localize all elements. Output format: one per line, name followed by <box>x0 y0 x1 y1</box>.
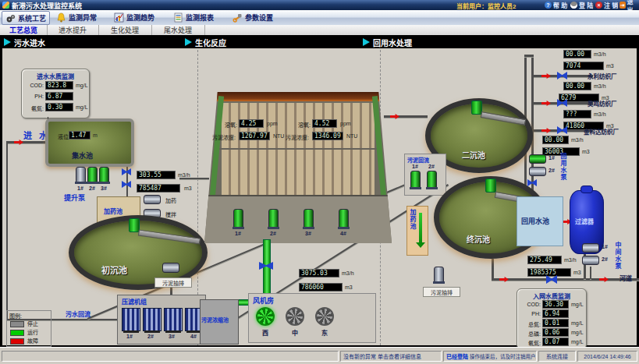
row-label: 氨氮: <box>519 339 541 347</box>
toolbar-trend-button[interactable]: 监测趋势 <box>111 11 158 23</box>
alarm-bell-icon <box>56 12 66 23</box>
toolbar-system-process-button[interactable]: 系统工艺 <box>2 11 50 25</box>
pump-label: 2# <box>602 256 608 262</box>
factory1-total-readout: 7074 <box>563 62 604 70</box>
final-outfall-pipe <box>492 259 494 280</box>
air-total-readout: 786060 <box>299 283 343 292</box>
legend-chip-stop <box>10 321 24 327</box>
pump-label: 2# <box>428 164 435 169</box>
mixer-2[interactable] <box>268 209 279 228</box>
tab-process-overview[interactable]: 工艺总览 <box>0 25 48 35</box>
lift-pump-1[interactable] <box>76 167 86 182</box>
dosing-pool-left-label: 加药池 <box>104 207 122 215</box>
mlss-readout-right: 1346.09 <box>312 132 343 140</box>
tab-row: 工艺总览 进水提升 生化处理 尾水处理 <box>0 25 639 35</box>
lift-pump-3[interactable] <box>99 167 109 182</box>
mixer-3[interactable] <box>304 209 314 228</box>
press-panel-title: 压滤机组 <box>122 297 147 306</box>
press-label: 4# <box>190 334 197 339</box>
row-unit: mg/L <box>571 320 584 326</box>
trend-chart-icon <box>114 12 124 23</box>
tab-influent-lift[interactable]: 进水提升 <box>47 25 99 35</box>
unit: m3/h <box>564 257 577 263</box>
factory1-label: 永利纺织厂 <box>588 72 617 80</box>
status-system-cell: 系统连接 <box>538 351 576 362</box>
tab-biochemical[interactable]: 生化处理 <box>98 25 152 35</box>
riser-top <box>524 55 534 57</box>
login-button[interactable]: 登 陆 <box>570 1 593 9</box>
blower-middle[interactable] <box>286 307 304 326</box>
sludge-pump-tag: 污泥抽排 <box>423 287 460 297</box>
row-label: 氨氮: <box>23 104 44 112</box>
reuse-rate-readout: 00.00 <box>542 136 569 144</box>
inlet-quality-panel: 进水水质监测 COD: 823.8 mg/L PH: 6.87 氨氮: 0.30… <box>21 69 90 118</box>
help-button[interactable]: ? 帮 助 <box>545 1 567 9</box>
final-sludge-pump[interactable] <box>434 267 444 282</box>
press-unit-2[interactable] <box>143 308 162 331</box>
unit: m3 <box>184 186 192 191</box>
tab-tailwater[interactable]: 尾水处理 <box>151 25 205 35</box>
report-icon <box>173 12 183 23</box>
unit: m3/h <box>594 111 606 117</box>
sludge-return-pump-2[interactable] <box>427 171 437 188</box>
lift-flow-rate-readout: 303.55 <box>137 171 176 179</box>
reuse-pump-1[interactable] <box>529 154 546 164</box>
reuse-pump-2[interactable] <box>529 167 546 176</box>
help-icon: ? <box>545 2 552 9</box>
row-label: COD: <box>519 302 541 307</box>
title-bar: 新港污水处理监控系统 当前用户：监控人员2 ? 帮 助 登 陆 × 注 销 ⇥ … <box>0 0 639 10</box>
blower-label: 东 <box>321 328 328 337</box>
lift-pump-2[interactable] <box>87 167 98 182</box>
app-icon <box>2 2 9 9</box>
legend-title: 图例: <box>9 312 22 320</box>
pump-label: 1# <box>412 164 418 169</box>
pump-label: 1# <box>602 244 608 249</box>
press-unit-1[interactable] <box>122 308 140 331</box>
sludge-pump-tag: 污泥抽排 <box>154 277 192 288</box>
unit: m3 <box>606 63 614 69</box>
unit: m3/h <box>594 51 606 57</box>
blower-east[interactable] <box>315 307 334 326</box>
do-label: 溶氧: <box>298 121 311 129</box>
press-unit-3[interactable] <box>164 308 183 331</box>
row-label: PH: <box>23 94 44 99</box>
exit-button[interactable]: ⇥ 退 出 <box>619 1 639 9</box>
toolbar-settings-button[interactable]: 参数设置 <box>229 11 276 23</box>
filter-tank-top <box>580 186 593 193</box>
legend-panel: 图例: 停止 运行 故障 <box>6 310 51 347</box>
dosing-pool-right-label: 加药池 <box>408 209 417 230</box>
mixer-label: 4# <box>340 231 346 236</box>
inlet-pipe <box>6 141 48 143</box>
status-message-cell[interactable]: 没有新的异常 单击查看详细信息 <box>340 351 442 362</box>
blower-west[interactable] <box>256 307 275 326</box>
ph-readout: 6.87 <box>45 92 73 101</box>
section-arrow-icon <box>363 38 370 46</box>
mixer-1[interactable] <box>233 209 243 228</box>
primary-sludge-pump[interactable] <box>162 263 179 273</box>
factory3-rate-readout: ??? <box>563 110 591 118</box>
dosing-arrow-icon <box>419 213 422 244</box>
level-readout: 1.47 <box>69 131 91 140</box>
outfall-total-readout: 1985375 <box>527 268 571 277</box>
toolbar-alarm-button[interactable]: 监测异常 <box>53 11 100 23</box>
sludge-return-pump-1[interactable] <box>410 171 421 188</box>
cod-readout: 36.30 <box>542 300 569 309</box>
mid-pump-1[interactable] <box>582 243 599 253</box>
dosing-pump[interactable] <box>144 195 161 204</box>
mixer-4[interactable] <box>339 209 349 228</box>
login-state: 已经登陆 <box>446 352 468 360</box>
logout-button[interactable]: × 注 销 <box>595 1 618 9</box>
ph-readout: 6.94 <box>542 309 569 318</box>
toolbar-report-button[interactable]: 监测报表 <box>170 11 217 23</box>
row-unit: mg/L <box>76 83 88 88</box>
mlss-label: 污泥浓度: <box>212 133 236 141</box>
dosing-arrow-tip-icon <box>416 242 425 248</box>
mid-pump-2[interactable] <box>582 256 599 265</box>
scraper-motor-icon[interactable] <box>485 178 496 193</box>
lift-flow-total-readout: 785487 <box>137 184 180 193</box>
lift-pumps-label: 提升泵 <box>64 193 85 203</box>
pump-label: 3# <box>101 186 107 191</box>
login-icon <box>570 2 577 9</box>
outlet-quality-panel: 入网水质监测 COD: 36.30 mg/L PH: 6.94 总氮: 0.01… <box>517 288 587 349</box>
do-label: 溶氧: <box>225 121 237 129</box>
